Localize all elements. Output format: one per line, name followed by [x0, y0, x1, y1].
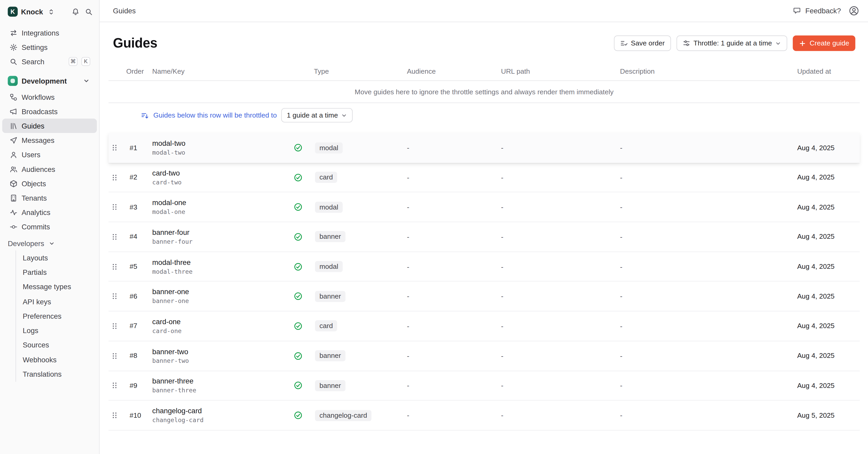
drag-handle[interactable] — [108, 322, 126, 330]
table-row[interactable]: #4 banner-four banner-four banner - - - … — [108, 222, 860, 252]
table-row[interactable]: #5 modal-three modal-three modal - - - A… — [108, 252, 860, 282]
guide-audience: - — [407, 322, 501, 330]
workflows-icon — [9, 92, 18, 101]
drag-handle[interactable] — [108, 233, 126, 241]
guide-key: modal-two — [152, 150, 293, 156]
breadcrumb: Guides — [113, 6, 136, 15]
guide-type-badge: modal — [315, 261, 343, 272]
sidebar-item-label: Sources — [23, 341, 49, 349]
guides-table: Order Name/Key Type Audience URL path De… — [108, 62, 860, 430]
sidebar-item-users[interactable]: Users — [2, 147, 97, 162]
building-icon — [9, 193, 18, 202]
drag-handle[interactable] — [108, 203, 126, 211]
sidebar-item-label: Translations — [23, 370, 62, 378]
status-cell — [293, 351, 314, 361]
workspace-switcher[interactable]: K Knock — [2, 4, 97, 19]
table-row[interactable]: #2 card-two card-two card - - - Aug 4, 2… — [108, 163, 860, 193]
active-check-icon — [293, 143, 303, 152]
throttle-count-dropdown[interactable]: 1 guide at a time — [281, 108, 353, 122]
guide-description: - — [620, 411, 797, 420]
save-order-label: Save order — [631, 39, 665, 47]
drag-handle[interactable] — [108, 292, 126, 301]
guide-order: #8 — [126, 352, 152, 360]
table-row[interactable]: #3 modal-one modal-one modal - - - Aug 4… — [108, 193, 860, 222]
list-check-icon — [620, 39, 628, 47]
dropzone-text: Move guides here to ignore the throttle … — [355, 88, 614, 95]
sidebar-item-commits[interactable]: Commits — [2, 220, 97, 234]
guide-name: banner-two — [152, 347, 293, 356]
drag-handle[interactable] — [108, 381, 126, 390]
sidebar-item-objects[interactable]: Objects — [2, 176, 97, 191]
sidebar-item-tenants[interactable]: Tenants — [2, 191, 97, 205]
sidebar-item-search[interactable]: Search ⌘ K — [2, 54, 97, 69]
drag-handle[interactable] — [108, 351, 126, 360]
active-check-icon — [293, 232, 303, 242]
drag-handle[interactable] — [108, 411, 126, 420]
table-row[interactable]: #8 banner-two banner-two banner - - - Au… — [108, 341, 860, 371]
sidebar-item-layouts[interactable]: Layouts — [16, 251, 97, 265]
guide-updated-at: Aug 5, 2025 — [797, 412, 860, 419]
sidebar-item-settings[interactable]: Settings — [2, 40, 97, 54]
commit-icon — [9, 222, 18, 231]
guide-order: #7 — [126, 322, 152, 330]
active-check-icon — [293, 262, 303, 272]
column-header-audience: Audience — [407, 67, 501, 75]
guide-description: - — [620, 292, 797, 301]
immediate-dropzone[interactable]: Move guides here to ignore the throttle … — [108, 81, 860, 103]
sidebar-item-messages[interactable]: Messages — [2, 133, 97, 147]
sidebar-item-label: Settings — [22, 43, 48, 51]
sidebar-item-partials[interactable]: Partials — [16, 265, 97, 280]
active-check-icon — [293, 202, 303, 212]
plus-icon — [799, 40, 806, 47]
table-row[interactable]: #10 changelog-card changelog-card change… — [108, 401, 860, 430]
sidebar-item-label: Messages — [22, 136, 55, 144]
sidebar-item-workflows[interactable]: Workflows — [2, 90, 97, 104]
guide-type-badge: banner — [315, 231, 345, 242]
guide-key: changelog-card — [152, 417, 293, 424]
table-row[interactable]: #7 card-one card-one card - - - Aug 4, 2… — [108, 311, 860, 341]
sidebar-item-integrations[interactable]: Integrations — [2, 26, 97, 40]
table-row[interactable]: #9 banner-three banner-three banner - - … — [108, 371, 860, 401]
sidebar-item-label: Users — [22, 150, 40, 159]
active-check-icon — [293, 321, 303, 331]
chevron-down-icon — [82, 76, 91, 86]
sidebar-item-label: Preferences — [23, 312, 62, 320]
guide-key: modal-one — [152, 209, 293, 216]
guide-url-path: - — [501, 351, 620, 360]
guide-order: #2 — [126, 173, 152, 181]
sidebar-item-broadcasts[interactable]: Broadcasts — [2, 104, 97, 119]
status-cell — [293, 173, 314, 182]
developers-section-toggle[interactable]: Developers — [2, 236, 97, 251]
guide-updated-at: Aug 4, 2025 — [797, 263, 860, 271]
drag-handle[interactable] — [108, 144, 126, 152]
table-row[interactable]: #1 modal-two modal-two modal - - - Aug 4… — [108, 133, 860, 163]
sidebar-item-webhooks[interactable]: Webhooks — [16, 352, 97, 367]
sidebar-item-label: Workflows — [22, 93, 55, 101]
throttle-dropdown[interactable]: Throttle: 1 guide at a time — [677, 35, 787, 51]
sidebar-item-sources[interactable]: Sources — [16, 338, 97, 353]
guide-name: modal-three — [152, 258, 293, 266]
status-cell — [293, 232, 314, 242]
guide-type-badge: card — [315, 172, 337, 183]
create-guide-button[interactable]: Create guide — [793, 35, 856, 51]
user-avatar[interactable] — [849, 5, 859, 16]
sidebar-item-preferences[interactable]: Preferences — [16, 309, 97, 323]
sidebar-item-api-keys[interactable]: API keys — [16, 294, 97, 309]
save-order-button[interactable]: Save order — [614, 35, 671, 51]
guide-name: banner-three — [152, 377, 293, 385]
sidebar-item-audiences[interactable]: Audiences — [2, 162, 97, 176]
environment-switcher[interactable]: Development — [2, 73, 97, 89]
drag-handle[interactable] — [108, 262, 126, 271]
drag-handle[interactable] — [108, 173, 126, 181]
table-row[interactable]: #6 banner-one banner-one banner - - - Au… — [108, 282, 860, 312]
throttle-divider-label: Guides below this row will be throttled … — [153, 111, 277, 119]
sidebar-item-guides[interactable]: Guides — [2, 119, 97, 133]
sidebar-item-analytics[interactable]: Analytics — [2, 205, 97, 220]
feedback-button[interactable]: Feedback? — [792, 6, 841, 16]
notifications-bell-icon[interactable] — [70, 6, 80, 17]
sidebar-item-translations[interactable]: Translations — [16, 367, 97, 381]
sidebar-item-logs[interactable]: Logs — [16, 323, 97, 338]
workspace-select-icon[interactable] — [46, 6, 56, 17]
quick-search-icon[interactable] — [84, 6, 93, 17]
sidebar-item-message-types[interactable]: Message types — [16, 280, 97, 294]
